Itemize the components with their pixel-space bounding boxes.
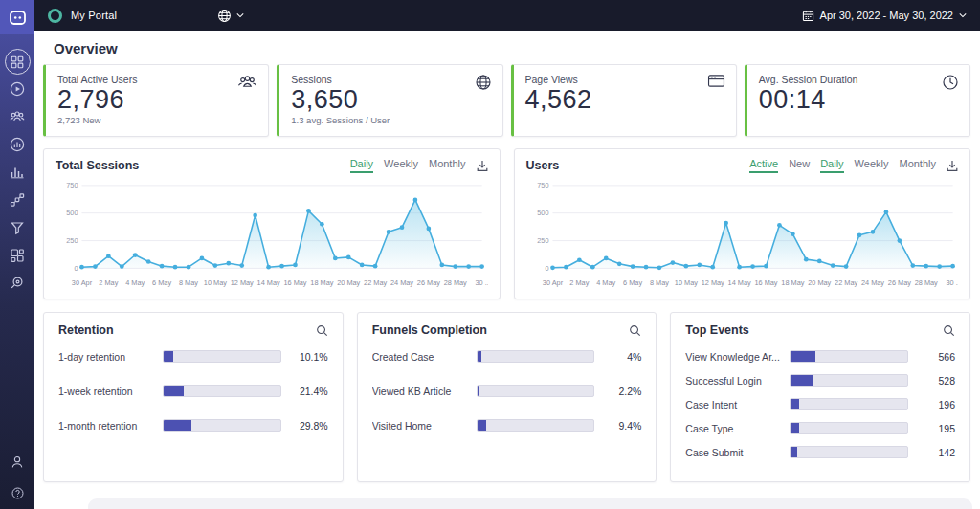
chart-tabs: DailyWeeklyMonthly — [350, 158, 488, 173]
stat-bar-track — [163, 385, 281, 397]
download-icon[interactable] — [477, 160, 488, 172]
sidebar-item-funnels funnel-icon[interactable] — [9, 219, 26, 236]
stat-value: 29.8% — [290, 420, 328, 432]
svg-text:16 May: 16 May — [754, 278, 777, 287]
portal-name[interactable]: My Portal — [71, 10, 117, 21]
kpi-value: 3,650 — [291, 86, 490, 115]
stat-bar-fill — [791, 399, 799, 409]
svg-text:8 May: 8 May — [649, 278, 668, 287]
stat-bar-fill — [791, 447, 796, 457]
tab-active[interactable]: Active — [749, 158, 778, 173]
sidebar-item-journeys flow-nodes-icon[interactable] — [9, 191, 26, 209]
stat-bar-fill — [164, 351, 173, 362]
stat-bar-track — [790, 446, 908, 458]
svg-text:28 May: 28 May — [444, 278, 467, 287]
stat-bar-track — [477, 385, 595, 397]
help-icon[interactable] — [9, 484, 26, 501]
sidebar-nav — [0, 0, 34, 509]
stat-row: 1-week retention21.4% — [58, 385, 328, 397]
total-sessions-card: Total Sessions DailyWeeklyMonthly 025050… — [43, 148, 501, 299]
sidebar-item-builder widgets-icon[interactable] — [9, 247, 26, 264]
stat-label: Visited Home — [372, 420, 468, 432]
sidebar-item-explore search-settings-icon[interactable] — [9, 275, 26, 292]
sidebar-item-analytics analytics-circle-icon[interactable] — [9, 136, 26, 153]
panel-title: Top Events — [685, 323, 748, 337]
stat-label: Case Submit — [685, 447, 781, 458]
kpi-title: Avg. Session Duration — [759, 74, 958, 85]
stat-bar-fill — [478, 420, 486, 431]
logo-icon — [10, 11, 26, 25]
svg-text:26 May: 26 May — [887, 278, 910, 287]
svg-text:250: 250 — [537, 236, 548, 245]
stat-value: 196 — [917, 399, 955, 410]
svg-text:30 Apr: 30 Apr — [72, 278, 93, 287]
tab-monthly[interactable]: Monthly — [899, 158, 936, 173]
users-chart: 025050075030 Apr2 May4 May6 May8 May10 M… — [526, 176, 959, 291]
svg-text:24 May: 24 May — [390, 278, 413, 287]
profile person-icon[interactable] — [9, 454, 26, 471]
stat-bar-track — [477, 350, 595, 363]
main-content: Overview Total Active Users 2,796 2,723 … — [34, 31, 980, 509]
kpi-card-page-views: Page Views 4,562 — [511, 64, 737, 137]
top-events-panel: Top Events View Knowledge Ar...566Succes… — [670, 312, 970, 482]
stat-value: 10.1% — [290, 351, 328, 363]
stat-value: 21.4% — [290, 386, 328, 397]
users-icon — [237, 74, 257, 89]
search-icon[interactable] — [943, 324, 955, 337]
svg-text:4 May: 4 May — [596, 278, 615, 287]
stat-label: 1-month retention — [58, 420, 154, 432]
svg-text:12 May: 12 May — [231, 278, 254, 287]
tab-weekly[interactable]: Weekly — [384, 158, 418, 173]
sidebar-item-dashboard grid-icon[interactable] — [5, 49, 31, 75]
svg-text:20 May: 20 May — [337, 278, 360, 287]
sidebar-item-users users-icon[interactable] — [9, 108, 26, 125]
svg-text:10 May: 10 May — [674, 278, 697, 287]
kpi-card-total-active-users: Total Active Users 2,796 2,723 New — [43, 64, 269, 137]
date-range-picker[interactable]: Apr 30, 2022 - May 30, 2022 — [802, 10, 967, 22]
stat-row: Successful Login528 — [685, 374, 955, 387]
stat-label: Successful Login — [685, 375, 781, 387]
stat-label: Case Type — [685, 423, 781, 434]
tab-daily[interactable]: Daily — [350, 158, 373, 173]
kpi-title: Total Active Users — [57, 74, 256, 85]
svg-text:2 May: 2 May — [99, 278, 118, 287]
tab-daily[interactable]: Daily — [820, 158, 843, 173]
stat-label: View Knowledge Ar... — [685, 351, 781, 363]
stat-row: Case Intent196 — [685, 398, 955, 410]
kpi-subtext: 1.3 avg. Sessions / User — [291, 115, 490, 125]
tab-monthly[interactable]: Monthly — [429, 158, 466, 173]
stat-bar-fill — [478, 386, 479, 396]
avatar[interactable] — [48, 9, 62, 23]
stat-value: 566 — [917, 351, 955, 363]
stat-bar-track — [790, 374, 908, 387]
search-icon[interactable] — [629, 324, 641, 337]
app-logo[interactable] — [0, 0, 34, 34]
total-sessions-chart: 025050075030 Apr2 May4 May6 May8 May10 M… — [56, 176, 488, 291]
svg-text:250: 250 — [66, 236, 78, 245]
svg-text:8 May: 8 May — [179, 278, 198, 287]
svg-text:750: 750 — [537, 181, 548, 189]
page-title: Overview — [54, 40, 970, 56]
language-selector[interactable] — [217, 9, 244, 23]
bottom-section-edge — [88, 498, 972, 509]
browser-icon — [707, 74, 725, 88]
tab-new[interactable]: New — [789, 158, 810, 173]
date-range-label: Apr 30, 2022 - May 30, 2022 — [820, 10, 953, 21]
stat-value: 528 — [917, 375, 955, 387]
panel-title: Funnels Completion — [372, 323, 487, 337]
svg-text:10 May: 10 May — [204, 278, 227, 287]
stat-value: 142 — [917, 447, 955, 458]
stat-bar-fill — [791, 375, 813, 386]
svg-text:500: 500 — [66, 209, 78, 217]
stat-row: Viewed KB Article2.2% — [372, 385, 642, 397]
svg-text:30 Apr: 30 Apr — [542, 278, 563, 287]
stat-row: Case Type195 — [685, 422, 955, 434]
download-icon[interactable] — [947, 160, 958, 172]
stat-bar-fill — [478, 351, 481, 362]
stat-bar-fill — [164, 420, 191, 431]
search-icon[interactable] — [316, 324, 328, 337]
sidebar-item-reports bar-chart-icon[interactable] — [9, 164, 26, 181]
top-bar: My Portal Apr 30, 2022 - May 30, 2022 — [34, 0, 980, 31]
tab-weekly[interactable]: Weekly — [855, 158, 889, 173]
sidebar-item-replays play-circle-icon[interactable] — [9, 80, 26, 98]
